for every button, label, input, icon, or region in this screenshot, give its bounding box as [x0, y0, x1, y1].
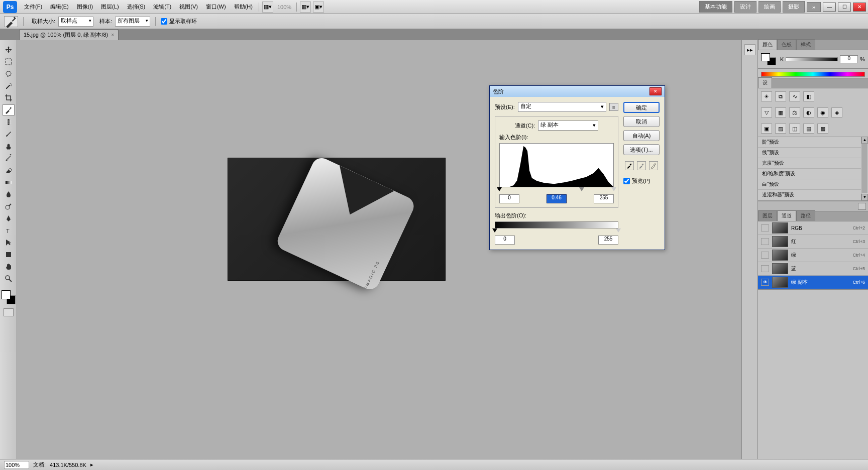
preset-levels[interactable]: 阶"预设: [758, 137, 861, 148]
launch-bridge-icon[interactable]: ▦▾: [262, 2, 273, 13]
type-tool[interactable]: T: [3, 225, 15, 236]
bw-icon[interactable]: ◐: [803, 107, 814, 118]
show-sampling-ring-check[interactable]: 显示取样环: [161, 18, 197, 25]
adjust-tab[interactable]: 设: [758, 77, 772, 88]
blur-tool[interactable]: [3, 189, 15, 200]
foreground-color-swatch[interactable]: [2, 290, 11, 299]
vibrance-icon[interactable]: ▽: [761, 107, 772, 118]
lasso-tool[interactable]: [3, 68, 15, 79]
threshold-icon[interactable]: ◫: [789, 124, 800, 134]
healing-brush-tool[interactable]: [3, 116, 15, 128]
current-tool-indicator[interactable]: [4, 16, 18, 27]
menu-window[interactable]: 窗口(W): [202, 3, 230, 11]
curves-icon[interactable]: ∿: [789, 91, 800, 101]
hue-sat-icon[interactable]: ▦: [775, 107, 786, 118]
brightness-contrast-icon[interactable]: ☀: [761, 91, 772, 101]
input-slider-track[interactable]: [499, 188, 614, 192]
channels-tab[interactable]: 通道: [777, 210, 796, 221]
photo-filter-icon[interactable]: ◉: [817, 107, 828, 118]
crop-tool[interactable]: [3, 92, 15, 103]
gradient-tool[interactable]: [3, 177, 15, 188]
window-minimize[interactable]: —: [823, 3, 836, 12]
channel-blue[interactable]: 蓝 Ctrl+5: [758, 262, 868, 276]
brush-tool[interactable]: [3, 129, 15, 140]
layers-tab[interactable]: 图层: [758, 210, 777, 221]
channel-visibility-toggle[interactable]: [761, 265, 769, 272]
styles-tab[interactable]: 样式: [796, 39, 815, 50]
sample-white-eyedropper[interactable]: [649, 161, 658, 170]
window-maximize[interactable]: ☐: [838, 3, 851, 12]
workspace-photo[interactable]: 摄影: [783, 1, 805, 13]
panel-fg-swatch[interactable]: [761, 53, 770, 61]
options-button[interactable]: 选项(T)...: [623, 144, 660, 155]
show-sampling-ring-checkbox[interactable]: [161, 18, 167, 25]
sample-layers-select[interactable]: 所有图层: [115, 17, 150, 27]
menu-filter[interactable]: 滤镜(T): [149, 3, 175, 11]
output-white-value[interactable]: 255: [598, 236, 618, 245]
menu-file[interactable]: 文件(F): [20, 3, 46, 11]
channel-green-copy[interactable]: 绿 副本 Ctrl+6: [758, 276, 868, 289]
shape-tool[interactable]: [3, 249, 15, 260]
channel-visibility-toggle[interactable]: [761, 279, 769, 286]
output-slider-track[interactable]: [495, 229, 618, 233]
preset-hue-sat[interactable]: 相/饱和度"预设: [758, 169, 861, 179]
input-white-value[interactable]: 255: [594, 194, 614, 203]
input-gamma-value[interactable]: 0.46: [547, 194, 567, 203]
posterize-icon[interactable]: ▨: [775, 124, 786, 134]
exposure-icon[interactable]: ◧: [803, 91, 814, 101]
hand-tool[interactable]: [3, 261, 15, 272]
preview-checkbox[interactable]: [623, 178, 630, 184]
path-selection-tool[interactable]: [3, 237, 15, 248]
sample-gray-eyedropper[interactable]: [637, 161, 646, 170]
output-black-value[interactable]: 0: [495, 236, 515, 245]
dock-expand-icon[interactable]: ▸▸: [744, 44, 755, 55]
channel-red[interactable]: 红 Ctrl+3: [758, 235, 868, 249]
hue-strip[interactable]: [761, 72, 865, 77]
pen-tool[interactable]: [3, 213, 15, 224]
status-menu-arrow[interactable]: ▸: [90, 461, 93, 468]
scrollbar-down[interactable]: ▼: [861, 194, 868, 201]
eyedropper-tool[interactable]: [3, 104, 15, 115]
quick-mask-toggle[interactable]: [4, 308, 14, 316]
gradient-map-icon[interactable]: ▤: [803, 124, 814, 134]
color-swatches[interactable]: [2, 290, 16, 304]
sample-size-select[interactable]: 取样点: [58, 17, 93, 27]
levels-icon[interactable]: ⧉: [775, 91, 786, 101]
dialog-close-button[interactable]: ✕: [649, 87, 662, 95]
selective-color-icon[interactable]: ▩: [817, 124, 828, 134]
preset-bw[interactable]: 白"预设: [758, 179, 861, 190]
color-balance-icon[interactable]: ⚖: [789, 107, 800, 118]
clone-stamp-tool[interactable]: [3, 141, 15, 152]
dialog-titlebar[interactable]: 色阶 ✕: [490, 86, 665, 97]
input-black-handle[interactable]: [497, 187, 502, 191]
status-zoom-input[interactable]: [4, 461, 29, 469]
menu-help[interactable]: 帮助(H): [230, 3, 257, 11]
arrange-docs-icon[interactable]: ▦▾: [300, 2, 311, 13]
preset-exposure[interactable]: 光度"预设: [758, 158, 861, 169]
channel-rgb[interactable]: RGB Ctrl+2: [758, 221, 868, 235]
input-gamma-handle[interactable]: [579, 187, 584, 191]
swatches-tab[interactable]: 色板: [777, 39, 796, 50]
cancel-button[interactable]: 取消: [623, 116, 660, 127]
sample-black-eyedropper[interactable]: [625, 161, 634, 170]
menu-edit[interactable]: 编辑(E): [46, 3, 73, 11]
panel-color-swatches[interactable]: [761, 53, 776, 65]
color-tab[interactable]: 颜色: [758, 39, 777, 50]
document-tab-close[interactable]: ×: [111, 32, 114, 38]
output-black-handle[interactable]: [492, 228, 497, 232]
workspace-painting[interactable]: 绘画: [758, 1, 781, 13]
channel-visibility-toggle[interactable]: [761, 224, 769, 231]
workspace-design[interactable]: 设计: [734, 1, 756, 13]
preset-select[interactable]: 自定: [518, 102, 606, 112]
magic-wand-tool[interactable]: [3, 80, 15, 91]
document-tab[interactable]: 15.jpg @ 100% (图层 0, 绿 副本/8) ×: [19, 29, 119, 40]
input-white-handle[interactable]: [611, 187, 616, 191]
preview-check[interactable]: 预览(P): [623, 177, 660, 185]
preset-menu-icon[interactable]: ≡: [609, 103, 618, 111]
channel-visibility-toggle[interactable]: [761, 238, 769, 245]
dodge-tool[interactable]: [3, 201, 15, 212]
preset-scrollbar[interactable]: ▲ ▼: [861, 137, 868, 201]
menu-select[interactable]: 选择(S): [123, 3, 150, 11]
channel-select[interactable]: 绿 副本: [538, 121, 598, 131]
marquee-tool[interactable]: [3, 56, 15, 67]
